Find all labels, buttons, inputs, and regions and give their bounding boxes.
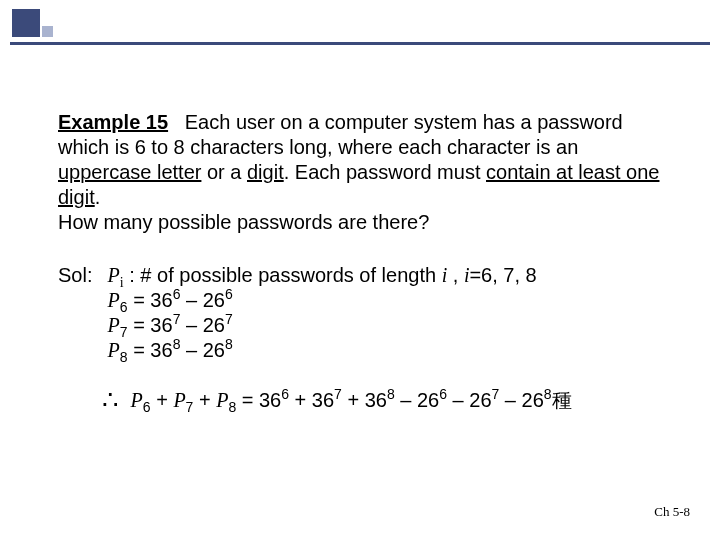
page-footer: Ch 5-8 bbox=[654, 504, 690, 520]
problem-part-1c: . Each password must bbox=[284, 161, 486, 183]
slide-content: Example 15 Each user on a computer syste… bbox=[58, 110, 670, 416]
c-s6: 6 bbox=[281, 386, 289, 402]
c-s7: 7 bbox=[334, 386, 342, 402]
deco-square-large bbox=[12, 9, 40, 37]
example-label: Example 15 bbox=[58, 111, 168, 133]
c-plus2: + bbox=[193, 389, 216, 411]
p8a: = 36 bbox=[128, 339, 173, 361]
c-m6: 6 bbox=[439, 386, 447, 402]
solution-label: Sol: bbox=[58, 263, 102, 288]
c-m8: 8 bbox=[544, 386, 552, 402]
underline-digit: digit bbox=[247, 161, 284, 183]
sup7b: 7 bbox=[225, 311, 233, 327]
def-b: , bbox=[447, 264, 464, 286]
problem-text: Example 15 Each user on a computer syste… bbox=[58, 110, 670, 235]
solution-lines: Pi : # of possible passwords of length i… bbox=[108, 263, 537, 363]
deco-square-small bbox=[42, 26, 53, 37]
p8-line: P8 = 368 – 268 bbox=[108, 339, 233, 361]
underline-uppercase: uppercase letter bbox=[58, 161, 201, 183]
p7-line: P7 = 367 – 267 bbox=[108, 314, 233, 336]
therefore-symbol: ∴ bbox=[102, 386, 119, 415]
problem-part-1d: . bbox=[95, 186, 101, 208]
def-a: : # of possible passwords of length bbox=[124, 264, 442, 286]
c-m3: – 26 bbox=[499, 389, 543, 411]
slide-corner-decoration bbox=[0, 0, 150, 60]
sub6: 6 bbox=[120, 299, 128, 315]
p6a: = 36 bbox=[128, 289, 173, 311]
sub7: 7 bbox=[120, 324, 128, 340]
p7b: – 26 bbox=[180, 314, 224, 336]
c-m1: – 26 bbox=[395, 389, 439, 411]
c-plus1: + bbox=[151, 389, 174, 411]
problem-question: How many possible passwords are there? bbox=[58, 211, 429, 233]
p8b: – 26 bbox=[180, 339, 224, 361]
p6-line: P6 = 366 – 266 bbox=[108, 289, 233, 311]
conclusion-line: ∴ P6 + P7 + P8 = 366 + 367 + 368 – 266 –… bbox=[102, 383, 670, 416]
header-rule bbox=[10, 42, 710, 45]
c-m2: – 26 bbox=[447, 389, 491, 411]
p7a: = 36 bbox=[128, 314, 173, 336]
sup8b: 8 bbox=[225, 336, 233, 352]
sub8: 8 bbox=[120, 349, 128, 365]
c-p1: + 36 bbox=[289, 389, 334, 411]
def-c: =6, 7, 8 bbox=[469, 264, 536, 286]
c-p2: + 36 bbox=[342, 389, 387, 411]
c-suffix: 種 bbox=[552, 389, 572, 411]
c-s8: 8 bbox=[387, 386, 395, 402]
sup6b: 6 bbox=[225, 286, 233, 302]
problem-part-1b: or a bbox=[201, 161, 247, 183]
c-eq: = 36 bbox=[236, 389, 281, 411]
solution-block: Sol: Pi : # of possible passwords of len… bbox=[58, 263, 670, 363]
c-sub6: 6 bbox=[143, 399, 151, 415]
def-line: Pi : # of possible passwords of length i… bbox=[108, 264, 537, 286]
p6b: – 26 bbox=[180, 289, 224, 311]
